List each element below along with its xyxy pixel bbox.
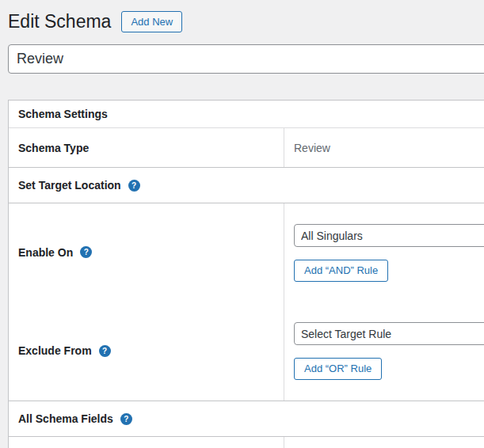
add-or-rule-button[interactable]: Add “OR” Rule — [294, 358, 382, 380]
help-icon[interactable]: ? — [80, 246, 92, 258]
enable-on-label: Enable On — [18, 246, 73, 259]
add-and-rule-button[interactable]: Add “AND” Rule — [294, 260, 388, 282]
next-field-label-cell — [9, 437, 284, 448]
row-next-field — [9, 437, 484, 448]
row-exclude-from: Exclude From ? Select Target Rule Add “O… — [9, 301, 484, 401]
enable-on-label-cell: Enable On ? — [9, 203, 284, 301]
add-new-button[interactable]: Add New — [121, 11, 182, 33]
page: Edit Schema Add New Schema Settings Sche… — [0, 0, 484, 448]
set-target-location-label: Set Target Location — [18, 179, 121, 192]
panel-header: Schema Settings — [9, 101, 484, 128]
next-field-value-cell — [284, 437, 484, 448]
schema-settings-panel: Schema Settings Schema Type Review Set T… — [8, 100, 484, 448]
page-title: Edit Schema — [8, 10, 111, 33]
exclude-from-controls: Select Target Rule Add “OR” Rule — [284, 301, 484, 401]
help-icon[interactable]: ? — [99, 345, 111, 357]
help-icon[interactable]: ? — [120, 413, 132, 425]
schema-type-value: Review — [294, 142, 330, 154]
panel-header-label: Schema Settings — [18, 108, 108, 120]
help-icon[interactable]: ? — [128, 180, 140, 192]
row-enable-on: Enable On ? All Singulars Add “AND” Rule — [9, 203, 484, 301]
row-schema-type: Schema Type Review — [9, 128, 484, 168]
schema-title-input[interactable] — [8, 44, 484, 74]
all-schema-fields-label: All Schema Fields — [18, 412, 113, 425]
schema-type-value-cell: Review — [284, 128, 484, 167]
row-all-schema-fields: All Schema Fields ? — [9, 401, 484, 437]
exclude-from-select[interactable]: Select Target Rule — [294, 322, 484, 345]
schema-type-label: Schema Type — [18, 142, 89, 154]
row-set-target-location: Set Target Location ? — [9, 168, 484, 203]
exclude-from-label: Exclude From — [18, 344, 92, 357]
exclude-from-label-cell: Exclude From ? — [9, 301, 284, 401]
schema-type-label-cell: Schema Type — [9, 128, 284, 167]
page-heading: Edit Schema Add New — [8, 10, 182, 33]
enable-on-select[interactable]: All Singulars — [294, 224, 484, 247]
enable-on-controls: All Singulars Add “AND” Rule — [284, 203, 484, 301]
